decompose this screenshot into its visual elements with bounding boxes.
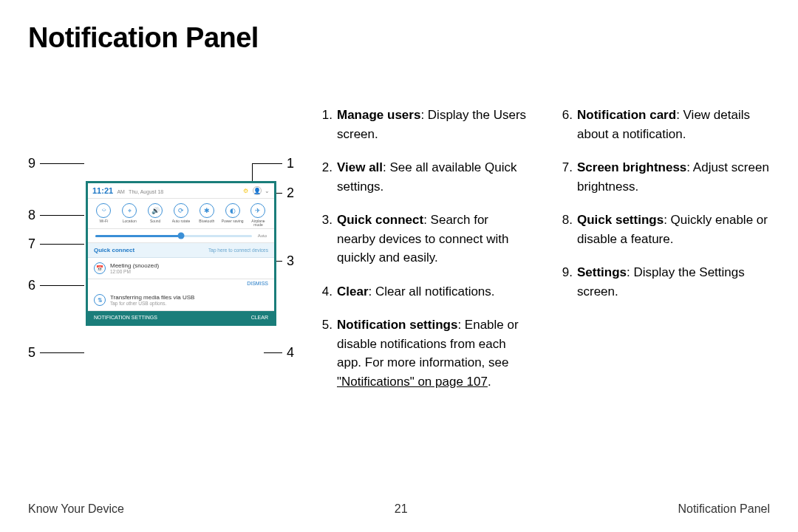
definition-number: 9.: [555, 263, 573, 301]
clear-button[interactable]: CLEAR: [251, 315, 268, 320]
definition-number: 3.: [315, 211, 332, 267]
gear-icon[interactable]: ⚙: [241, 186, 250, 195]
quick-settings-row: ⌔Wi-Fi⌖Location🔊Sound⟳Auto rotate✱Blueto…: [88, 199, 274, 229]
footer-right: Notification Panel: [678, 502, 770, 516]
definitions-col-1: 1.Manage users: Display the Users screen…: [315, 106, 530, 406]
definition-item: 4.Clear: Clear all notifications.: [315, 282, 530, 301]
notification-panel-screenshot: 11:21 AM Thu, August 18 ⚙ 👤 ⌄ ⌔Wi-Fi⌖Loc…: [86, 181, 276, 326]
notification-settings-button[interactable]: NOTIFICATION SETTINGS: [94, 315, 157, 320]
quick-setting-power-saving[interactable]: ◐Power saving: [221, 203, 245, 227]
callout-number: 8: [28, 208, 35, 223]
callout-line: [253, 163, 282, 164]
callout: 1: [253, 156, 294, 171]
quick-setting-label: Sound: [150, 219, 160, 223]
callout-line: [40, 352, 84, 353]
auto-rotate-icon: ⟳: [174, 203, 188, 218]
sound-icon: 🔊: [148, 203, 163, 218]
quick-setting-bluetooth[interactable]: ✱Bluetooth: [195, 203, 219, 227]
quick-setting-auto-rotate[interactable]: ⟳Auto rotate: [169, 203, 193, 227]
callout: 8: [28, 208, 84, 223]
callout-number: 9: [28, 156, 35, 171]
notification-subtitle: 12:00 PM: [110, 269, 268, 274]
dismiss-button[interactable]: DISMISS: [88, 279, 274, 290]
definition-item: 9.Settings: Display the Settings screen.: [555, 263, 770, 301]
quick-setting-location[interactable]: ⌖Location: [117, 203, 141, 227]
panel-header: 11:21 AM Thu, August 18 ⚙ 👤 ⌄: [88, 183, 274, 199]
footer-page-number: 21: [395, 502, 408, 516]
diagram-column: 9 8 7 6 5 1 2 3: [28, 106, 294, 372]
definition-item: 6.Notification card: View details about …: [555, 106, 770, 143]
airplane-mode-icon: ✈: [250, 203, 265, 218]
bluetooth-icon: ✱: [200, 203, 214, 218]
definition-text: Screen brightness: Adjust screen brightn…: [577, 158, 770, 196]
definition-text: Manage users: Display the Users screen.: [337, 106, 530, 143]
page-title: Notification Panel: [28, 22, 770, 54]
definition-item: 8.Quick settings: Quickly enable or disa…: [555, 211, 770, 248]
callout-number: 1: [287, 156, 294, 171]
definition-item: 5.Notification settings: Enable or disab…: [315, 316, 530, 391]
definition-item: 1.Manage users: Display the Users screen…: [315, 106, 530, 143]
notification-title: Meeting (snoozed): [110, 262, 268, 269]
callout-line: [40, 244, 84, 245]
callout: 9: [28, 156, 84, 171]
definition-number: 6.: [555, 106, 573, 143]
callout: 7: [28, 236, 84, 252]
calendar-icon: 📅: [94, 262, 106, 274]
notification-card[interactable]: ⇅ Transferring media files via USB Tap f…: [88, 290, 274, 311]
quick-connect-row[interactable]: Quick connect Tap here to connect device…: [88, 243, 274, 258]
definition-number: 4.: [315, 282, 332, 301]
notification-card[interactable]: 📅 Meeting (snoozed) 12:00 PM DISMISS: [88, 258, 274, 290]
quick-setting-label: Auto rotate: [172, 219, 190, 223]
quick-setting-label: Airplane mode: [246, 219, 270, 227]
notification-subtitle: Tap for other USB options.: [110, 301, 268, 306]
callout-number: 7: [28, 236, 35, 252]
notification-title: Transferring media files via USB: [110, 294, 268, 301]
callout-number: 5: [28, 345, 35, 361]
user-icon[interactable]: 👤: [253, 186, 262, 195]
definition-text: Settings: Display the Settings screen.: [577, 263, 770, 301]
quick-connect-label: Quick connect: [94, 247, 134, 253]
footer-left: Know Your Device: [28, 502, 124, 516]
callout: 4: [264, 345, 294, 361]
definition-item: 3.Quick connect: Search for nearby devic…: [315, 211, 530, 267]
callout-line: [264, 352, 282, 353]
panel-ampm: AM: [117, 189, 125, 194]
callout-number: 4: [287, 345, 294, 361]
quick-setting-label: Location: [123, 219, 137, 223]
callout-line: [40, 215, 84, 216]
definition-item: 7.Screen brightness: Adjust screen brigh…: [555, 158, 770, 196]
quick-setting-label: Bluetooth: [199, 219, 214, 223]
definition-text: Notification settings: Enable or disable…: [337, 316, 530, 391]
callout: 6: [28, 278, 84, 293]
quick-setting-label: Power saving: [222, 219, 244, 223]
definitions: 1.Manage users: Display the Users screen…: [315, 106, 770, 406]
brightness-row: Auto: [88, 229, 274, 243]
quick-setting-wi-fi[interactable]: ⌔Wi-Fi: [92, 203, 115, 227]
location-icon: ⌖: [122, 203, 137, 218]
power-saving-icon: ◐: [225, 203, 240, 218]
chevron-down-icon[interactable]: ⌄: [265, 188, 270, 194]
brightness-slider[interactable]: [95, 235, 252, 237]
panel-time-block: 11:21 AM Thu, August 18: [92, 186, 163, 195]
panel-header-icons: ⚙ 👤 ⌄: [241, 186, 270, 195]
definition-text: View all: See all available Quick settin…: [337, 158, 530, 196]
cross-reference-link[interactable]: "Notifications" on page 107: [337, 375, 488, 389]
definitions-col-2: 6.Notification card: View details about …: [555, 106, 770, 406]
usb-icon: ⇅: [94, 294, 106, 306]
callout: 5: [28, 345, 84, 361]
definition-number: 2.: [315, 158, 332, 196]
definition-text: Quick connect: Search for nearby devices…: [337, 211, 530, 267]
definition-text: Notification card: View details about a …: [577, 106, 770, 143]
page-footer: Know Your Device 21 Notification Panel: [28, 502, 770, 516]
definition-text: Quick settings: Quickly enable or disabl…: [577, 211, 770, 248]
definition-item: 2.View all: See all available Quick sett…: [315, 158, 530, 196]
quick-setting-airplane-mode[interactable]: ✈Airplane mode: [246, 203, 270, 227]
brightness-auto-label[interactable]: Auto: [258, 233, 267, 238]
definition-text: Clear: Clear all notifications.: [337, 282, 530, 301]
callout-number: 6: [28, 278, 35, 293]
definition-number: 7.: [555, 158, 573, 196]
quick-setting-label: Wi-Fi: [100, 219, 109, 223]
quick-setting-sound[interactable]: 🔊Sound: [143, 203, 167, 227]
panel-footer: NOTIFICATION SETTINGS CLEAR: [88, 311, 274, 324]
callout-line: [40, 285, 84, 286]
